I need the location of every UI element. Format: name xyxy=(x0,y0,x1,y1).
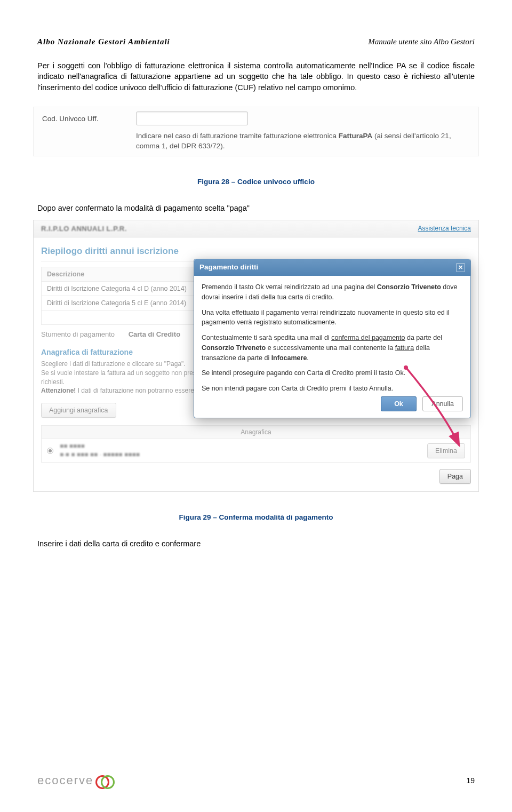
blur-line: ■·■ ■ ■■■ ■■ · ■■■■■ ■■■■ xyxy=(60,451,140,458)
cell-desc: Diritti di Iscrizione Categoria 5 cl E (… xyxy=(42,296,219,311)
riepilogo-heading: Riepilogo diritti annui iscrizione xyxy=(41,237,471,261)
assistenza-link[interactable]: Assistenza tecnica xyxy=(418,225,471,233)
paga-button[interactable]: Paga xyxy=(439,469,471,484)
carta-credito-line: Inserire i dati della carta di credito e… xyxy=(37,539,475,548)
cell-desc: Diritti di Iscrizione Categoria 4 cl D (… xyxy=(42,282,219,296)
kv-key: Stumento di pagamento xyxy=(41,330,126,338)
elimina-button[interactable]: Elimina xyxy=(427,443,465,458)
anagrafica-column-header: Anagrafica xyxy=(41,425,471,439)
t: . xyxy=(307,354,308,362)
help-bold: FatturaPA xyxy=(339,132,373,140)
figure-28-caption: Figura 28 – Codice univoco ufficio xyxy=(37,178,475,186)
logo-text: ecocerve xyxy=(37,774,93,787)
ecocerved-logo: ecocerve xyxy=(37,774,106,787)
cod-univoco-help: Indicare nel caso di fatturazione tramit… xyxy=(136,131,470,152)
page-footer: ecocerve 19 xyxy=(37,774,475,787)
logo-rings-icon xyxy=(95,775,106,786)
screenshot-pagamento: R.I.P.LO ANNUALI L.P.R. Assistenza tecni… xyxy=(33,220,479,492)
modal-p5: Se non intendi pagare con Carta di Credi… xyxy=(202,384,463,394)
modal-title: Pagamento diritti xyxy=(199,263,258,272)
page-number: 19 xyxy=(466,776,475,785)
note-bold: Attenzione! xyxy=(41,387,76,394)
t: Infocamere xyxy=(271,354,307,362)
figure-29-caption: Figura 29 – Conferma modalità di pagamen… xyxy=(37,513,475,521)
kv-value: Carta di Credito xyxy=(129,330,181,338)
help-pre: Indicare nel caso di fatturazione tramit… xyxy=(136,132,339,140)
ok-button[interactable]: Ok xyxy=(381,396,417,411)
t: fattura xyxy=(395,344,414,352)
screenshot-cod-univoco: Cod. Univoco Uff. Indicare nel caso di f… xyxy=(33,107,479,156)
blur-line: ■■ ■■■■ xyxy=(60,442,85,450)
modal-p1: Premendo il tasto Ok verrai reindirizzat… xyxy=(202,282,463,302)
th-descrizione: Descrizione xyxy=(42,267,219,282)
pagamento-diritti-modal: Pagamento diritti ✕ Premendo il tasto Ok… xyxy=(194,259,471,418)
intro-paragraph: Per i soggetti con l'obbligo di fatturaz… xyxy=(37,60,475,93)
modal-p4: Se intendi proseguire pagando con Carta … xyxy=(202,368,463,378)
t: Consorzio Triveneto xyxy=(377,283,441,291)
header-left: Albo Nazionale Gestori Ambientali xyxy=(37,37,170,46)
paga-intro-line: Dopo aver confermato la modalità di paga… xyxy=(37,204,475,212)
t: Premendo il tasto Ok verrai reindirizzat… xyxy=(202,283,377,291)
modal-p2: Una volta effettuato il pagamento verrai… xyxy=(202,308,463,328)
t: da parte del xyxy=(405,334,442,341)
radio-icon[interactable] xyxy=(47,448,53,454)
t: Consorzio Triveneto xyxy=(202,344,266,352)
anagrafica-row[interactable]: ■■ ■■■■ ■·■ ■ ■■■ ■■ · ■■■■■ ■■■■ Elimin… xyxy=(41,439,471,463)
t: Contestualmente ti sarà spedita una mail… xyxy=(202,334,331,341)
cod-univoco-input[interactable] xyxy=(136,112,248,125)
close-icon[interactable]: ✕ xyxy=(456,263,465,272)
total-label: Totale xyxy=(42,311,219,325)
anagrafica-text-blurred: ■■ ■■■■ ■·■ ■ ■■■ ■■ · ■■■■■ ■■■■ xyxy=(60,442,140,459)
annulla-button[interactable]: Annulla xyxy=(422,396,463,411)
header-right: Manuale utente sito Albo Gestori xyxy=(368,37,475,46)
cod-univoco-label: Cod. Univoco Uff. xyxy=(42,112,136,123)
t: e successivamente una mail contenente la xyxy=(266,344,395,352)
page-header: Albo Nazionale Gestori Ambientali Manual… xyxy=(37,37,475,46)
app-title-blurred: R.I.P.LO ANNUALI L.P.R. xyxy=(41,225,127,233)
aggiungi-anagrafica-button[interactable]: Aggiungi anagrafica xyxy=(41,403,116,418)
t: conferma del pagamento xyxy=(331,334,405,341)
modal-p3: Contestualmente ti sarà spedita una mail… xyxy=(202,333,463,363)
